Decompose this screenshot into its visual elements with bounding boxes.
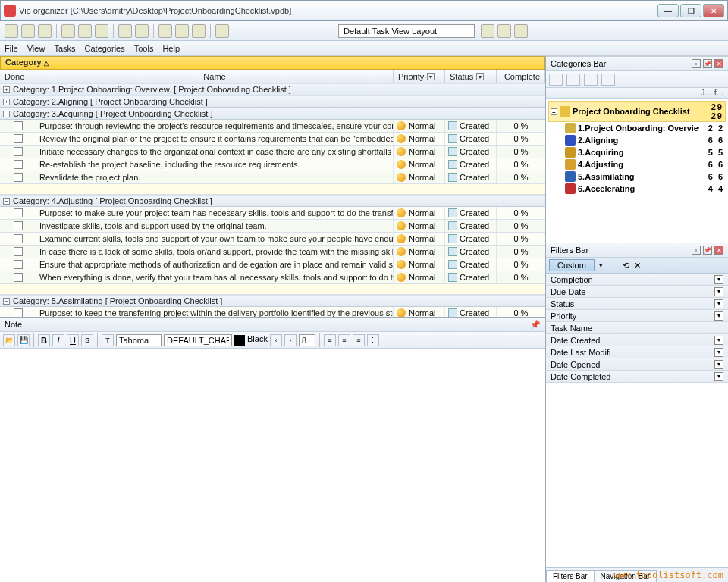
filter-row[interactable]: Due Date▾ [546, 286, 728, 298]
done-checkbox[interactable] [14, 260, 23, 269]
group-row[interactable]: −Category: 4.Adjusting [ Project Onboard… [0, 195, 545, 207]
panel-close-icon[interactable]: ✕ [714, 59, 723, 68]
cat-new-icon[interactable] [549, 74, 563, 86]
tool-brush-icon[interactable] [514, 24, 528, 38]
menu-help[interactable]: Help [162, 44, 180, 53]
menu-view[interactable]: View [27, 44, 46, 53]
filter-row[interactable]: Completion▾ [546, 274, 728, 286]
tab-filters-bar[interactable]: Filters Bar [546, 570, 595, 582]
filter-delete-icon[interactable]: ✕ [634, 261, 641, 271]
dropdown-icon[interactable]: ▾ [714, 360, 723, 369]
task-row[interactable]: Examine current skills, tools and suppor… [0, 233, 545, 246]
task-row[interactable]: When everything is done, verify that you… [0, 271, 545, 284]
group-row[interactable]: −Category: 3.Acquiring [ Project Onboard… [0, 108, 545, 120]
group-row[interactable]: +Category: 1.Project Onboarding: Overvie… [0, 83, 545, 95]
col-priority[interactable]: Priority▾ [394, 70, 445, 83]
filter-apply-icon[interactable] [607, 260, 618, 271]
done-checkbox[interactable] [14, 121, 23, 130]
done-checkbox[interactable] [14, 160, 23, 169]
panel-close-icon[interactable]: ✕ [714, 246, 723, 255]
done-checkbox[interactable] [14, 147, 23, 156]
underline-button[interactable]: U [67, 334, 79, 346]
tool-flag-icon[interactable] [215, 24, 229, 38]
italic-button[interactable]: I [52, 334, 64, 346]
filter-row[interactable]: Status▾ [546, 298, 728, 310]
dropdown-icon[interactable]: ▾ [714, 372, 723, 381]
maximize-button[interactable]: ❐ [680, 4, 701, 17]
tool-paste-icon[interactable] [95, 24, 108, 38]
tool-cut-icon[interactable] [61, 24, 75, 38]
filter-row[interactable]: Date Completed▾ [546, 371, 728, 383]
menu-tools[interactable]: Tools [134, 44, 154, 53]
expand-icon[interactable]: + [3, 99, 10, 105]
dropdown-icon[interactable]: ▾ [714, 348, 723, 357]
minimize-button[interactable]: — [657, 4, 679, 17]
expand-icon[interactable]: − [3, 298, 10, 305]
cat-del-icon[interactable] [601, 74, 615, 86]
done-checkbox[interactable] [14, 134, 23, 143]
tree-item[interactable]: 4.Adjusting6 6 [548, 158, 726, 171]
group-row[interactable]: +Category: 2.Aligning [ Project Onboardi… [0, 95, 545, 108]
task-row[interactable]: Re-establish the project baseline, inclu… [0, 158, 545, 171]
done-checkbox[interactable] [14, 308, 23, 318]
panel-dock-icon[interactable]: ▫ [692, 246, 701, 255]
font-picker-icon[interactable]: T [102, 334, 114, 346]
close-button[interactable]: ✕ [703, 4, 724, 17]
pin-icon[interactable]: 📌 [530, 320, 541, 330]
tree-item[interactable]: 2.Aligning6 6 [548, 134, 726, 146]
done-checkbox[interactable] [14, 208, 23, 217]
task-row[interactable]: Review the original plan of the project … [0, 133, 545, 146]
dropdown-icon[interactable]: ▾ [714, 299, 723, 308]
filter-row[interactable]: Task Name [546, 322, 728, 334]
size-up-button[interactable]: › [284, 334, 297, 346]
note-save-icon[interactable]: 💾 [17, 334, 30, 346]
done-checkbox[interactable] [14, 273, 23, 282]
tool-copy-icon[interactable] [78, 24, 92, 38]
panel-pin-icon[interactable]: 📌 [703, 246, 712, 255]
done-checkbox[interactable] [14, 173, 23, 182]
panel-dock-icon[interactable]: ▫ [692, 59, 701, 68]
expand-icon[interactable]: − [3, 198, 10, 205]
tool-delete-icon[interactable] [192, 24, 206, 38]
tool-print-icon[interactable] [158, 24, 172, 38]
tree-item[interactable]: 5.Assimilating6 6 [548, 171, 726, 183]
task-grid[interactable]: +Category: 1.Project Onboarding: Overvie… [0, 83, 545, 318]
font-size-input[interactable] [299, 334, 315, 346]
bullets-button[interactable]: ⋮ [367, 334, 379, 346]
color-swatch[interactable] [234, 335, 245, 346]
task-row[interactable]: Initiate necessary changes to the organi… [0, 146, 545, 158]
expand-icon[interactable]: − [3, 111, 10, 117]
dropdown-icon[interactable]: ▾ [427, 73, 435, 80]
font-family-input[interactable] [116, 334, 162, 346]
col-done[interactable]: Done [0, 70, 36, 83]
task-row[interactable]: Purpose: to make sure your project team … [0, 207, 545, 220]
category-header[interactable]: Category △ [0, 56, 545, 70]
task-row[interactable]: In case there is a lack of some skills, … [0, 246, 545, 258]
align-left-button[interactable]: ≡ [324, 334, 336, 346]
filter-row[interactable]: Date Created▾ [546, 334, 728, 346]
tool-redo-icon[interactable] [135, 24, 149, 38]
tree-item[interactable]: 1.Project Onboarding: Overview.2 2 [548, 122, 726, 134]
dropdown-icon[interactable]: ▾ [714, 336, 723, 345]
col-status[interactable]: Status▾ [445, 70, 497, 83]
done-checkbox[interactable] [14, 221, 23, 230]
menu-file[interactable]: File [5, 44, 18, 53]
cat-edit-icon[interactable] [566, 74, 580, 86]
panel-pin-icon[interactable]: 📌 [703, 59, 712, 68]
filter-preset-selector[interactable]: Custom [549, 259, 595, 271]
task-row[interactable]: Revalidate the project plan.NormalCreate… [0, 171, 545, 184]
group-row[interactable]: −Category: 5.Assimilating [ Project Onbo… [0, 295, 545, 307]
tool-undo-icon[interactable] [118, 24, 132, 38]
tool-layout-opts-icon[interactable] [481, 24, 494, 38]
bold-button[interactable]: B [38, 334, 50, 346]
filter-clear-icon[interactable]: ⟲ [623, 261, 629, 271]
col-complete[interactable]: Complete [497, 70, 545, 83]
menu-tasks[interactable]: Tasks [54, 44, 75, 53]
note-open-icon[interactable]: 📂 [3, 334, 15, 346]
dropdown-icon[interactable]: ▾ [476, 73, 484, 80]
dropdown-icon[interactable]: ▾ [714, 275, 723, 284]
task-row[interactable]: Purpose: to keep the transferring projec… [0, 307, 545, 318]
tool-wrench-icon[interactable] [497, 24, 511, 38]
filter-row[interactable]: Date Opened▾ [546, 358, 728, 371]
tree-item[interactable]: 6.Accelerating4 4 [548, 183, 726, 195]
